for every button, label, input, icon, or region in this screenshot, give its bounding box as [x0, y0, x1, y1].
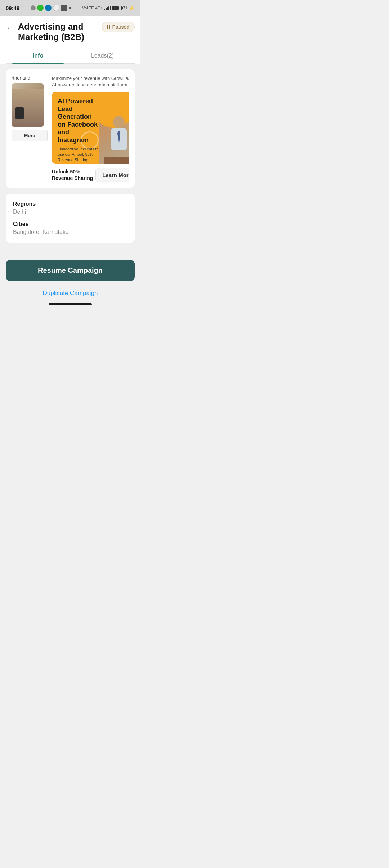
partial-text: rtner and [12, 75, 48, 81]
learn-more-button[interactable]: Learn More [95, 168, 129, 182]
ad-card: rtner and More Maximize your revenue wit… [6, 69, 135, 188]
ad-promo-text: Maximize your revenue with GrowEasy's AI… [52, 75, 129, 88]
tabs: Info Leads(2) [6, 48, 135, 64]
signal-bars [104, 6, 111, 10]
regions-label: Regions [13, 201, 128, 207]
ad-item-main: Maximize your revenue with GrowEasy's AI… [52, 75, 129, 182]
ad-banner-text-block: AI Powered Lead Generation on Facebook a… [58, 98, 129, 164]
pause-bar-right [109, 25, 110, 29]
header: ← Advertising and Marketing (B2B) Paused… [0, 16, 140, 64]
footer-line2: Revenue Sharing [52, 175, 93, 181]
ad-footer: Unlock 50% Revenue Sharing Learn More [52, 168, 129, 182]
paused-label: Paused [112, 24, 129, 30]
app-icon-green [37, 5, 44, 11]
paused-badge: Paused [102, 22, 135, 32]
watch-icon [15, 107, 24, 119]
ad-banner-title: AI Powered Lead Generation on Facebook a… [58, 98, 99, 144]
ad-item-partial: rtner and More [12, 75, 48, 182]
page-title-line1: Advertising and [18, 22, 84, 32]
page-title: Advertising and Marketing (B2B) [18, 22, 84, 42]
status-icons [31, 5, 71, 11]
ad-thumbnail-partial [12, 83, 44, 127]
header-top: ← Advertising and Marketing (B2B) Paused [6, 22, 135, 42]
back-button[interactable]: ← [6, 23, 14, 32]
message-icon [61, 5, 67, 11]
status-bar: 09:49 VoLTE 4G↑ 71 ⚡ [0, 0, 140, 16]
home-indicator [49, 303, 92, 305]
network-4g: 4G↑ [95, 6, 103, 10]
dot-icon [69, 7, 71, 9]
pause-bar-left [107, 25, 108, 29]
regions-value: Delhi [13, 209, 128, 215]
cities-label: Cities [13, 221, 128, 227]
info-card: Regions Delhi Cities Bangalore, Karnatak… [6, 194, 135, 243]
ad-footer-text: Unlock 50% Revenue Sharing [52, 168, 93, 181]
header-left: ← Advertising and Marketing (B2B) [6, 22, 84, 42]
wifi-icon [31, 5, 36, 10]
charging-icon: ⚡ [129, 5, 135, 11]
page-title-line2: Marketing (B2B) [18, 32, 84, 42]
tab-info[interactable]: Info [6, 48, 70, 63]
linkedin-icon [45, 5, 52, 11]
footer-line1: Unlock 50% [52, 168, 93, 175]
cities-value: Bangalore, Karnataka [13, 229, 128, 235]
battery-icon [112, 6, 122, 10]
battery-percentage: 71 [123, 6, 128, 10]
main-content: rtner and More Maximize your revenue wit… [0, 64, 140, 254]
volte-icon: VoLTE [82, 6, 94, 10]
ad-banner-subtitle: Onboard your clients to use our AI tool,… [58, 146, 99, 163]
bottom-actions: Resume Campaign Duplicate Campaign [0, 254, 140, 316]
resume-campaign-button[interactable]: Resume Campaign [6, 260, 135, 281]
status-right: VoLTE 4G↑ 71 ⚡ [82, 5, 135, 11]
app-icon-white [53, 5, 59, 11]
ad-banner-content: AI Powered Lead Generation on Facebook a… [52, 92, 129, 164]
pause-icon [107, 25, 110, 29]
duplicate-campaign-button[interactable]: Duplicate Campaign [6, 287, 135, 300]
ad-scroll-area: rtner and More Maximize your revenue wit… [12, 75, 129, 182]
ad-banner: AI Powered Lead Generation on Facebook a… [52, 92, 129, 164]
partial-learn-more-btn[interactable]: More [12, 130, 48, 141]
status-time: 09:49 [6, 5, 19, 11]
tab-leads[interactable]: Leads(2) [70, 48, 135, 63]
